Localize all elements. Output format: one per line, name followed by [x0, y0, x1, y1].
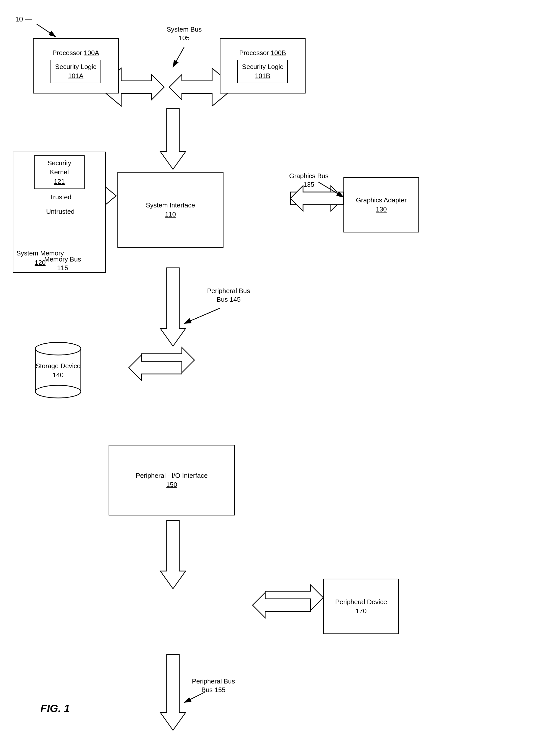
trusted-label: Trusted — [49, 193, 71, 201]
processor-a-box: Processor 100A Security Logic 101A — [33, 38, 119, 93]
security-kernel-label: Security Kernel 121 — [39, 158, 80, 186]
processor-a-inner: Security Logic 101A — [51, 60, 101, 83]
peripheral-bus-145-label: Peripheral Bus Bus 145 — [207, 287, 250, 304]
untrusted-label: Untrusted — [46, 208, 75, 215]
svg-point-26 — [35, 342, 81, 355]
svg-line-4 — [37, 24, 56, 37]
peripheral-io-label: Peripheral - I/O Interface 150 — [136, 471, 208, 489]
processor-b-label: Processor 100B — [239, 48, 286, 57]
system-interface-box: System Interface 110 — [117, 172, 224, 248]
peripheral-device-label: Peripheral Device 170 — [335, 597, 387, 616]
security-kernel-box: Security Kernel 121 — [34, 155, 85, 189]
diagram: 10 — Processor 100A Security Logic 101A … — [0, 0, 550, 756]
figure-label: FIG. 1 — [40, 702, 70, 715]
storage-device-label: Storage Device 140 — [36, 362, 81, 379]
svg-marker-14 — [160, 521, 186, 589]
peripheral-device-box: Peripheral Device 170 — [323, 579, 399, 634]
security-logic-b-label: Security Logic 101B — [242, 62, 283, 81]
security-logic-a-label: Security Logic 101A — [55, 62, 97, 81]
system-interface-label: System Interface 110 — [146, 201, 195, 219]
system-bus-label: System Bus 105 — [167, 25, 202, 42]
memory-bus-label: Memory Bus 115 — [44, 255, 81, 272]
peripheral-io-box: Peripheral - I/O Interface 150 — [109, 445, 235, 515]
svg-marker-17 — [160, 654, 186, 730]
processor-a-label: Processor 100A — [52, 48, 99, 57]
svg-line-18 — [184, 308, 220, 323]
svg-point-25 — [35, 385, 81, 398]
svg-line-20 — [173, 47, 184, 67]
peripheral-bus-155-label: Peripheral Bus Bus 155 — [192, 677, 235, 694]
system-memory-box: Security Kernel 121 Trusted Untrusted Sy… — [13, 152, 106, 273]
svg-marker-7 — [160, 109, 186, 169]
ref-10: 10 — — [15, 15, 32, 23]
svg-marker-10 — [290, 186, 343, 211]
graphics-adapter-box: Graphics Adapter 130 — [343, 177, 419, 232]
graphics-adapter-label: Graphics Adapter 130 — [356, 196, 407, 214]
processor-b-inner: Security Logic 101B — [238, 60, 288, 83]
storage-device-container: Storage Device 140 — [30, 336, 86, 403]
graphics-bus-label: Graphics Bus 135 — [289, 172, 328, 189]
svg-marker-11 — [160, 268, 186, 346]
processor-b-box: Processor 100B Security Logic 101B — [220, 38, 305, 93]
